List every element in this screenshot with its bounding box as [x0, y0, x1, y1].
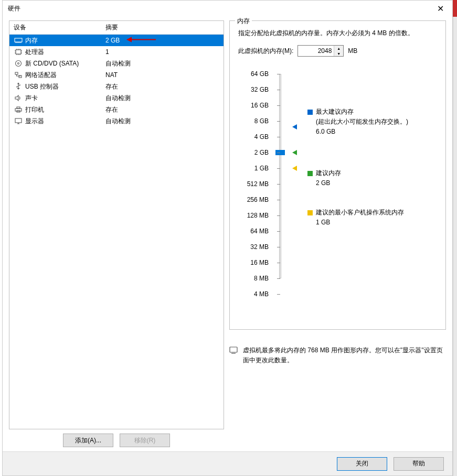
tick-label: 32 MB [238, 239, 273, 255]
bottom-bar: 关闭 帮助 [3, 451, 452, 475]
device-row-usb[interactable]: USB 控制器 存在 [9, 81, 224, 92]
info-icon [229, 347, 238, 365]
svg-rect-8 [17, 107, 20, 109]
close-button[interactable]: 关闭 [337, 457, 387, 471]
tick-label: 1 GB [238, 160, 273, 176]
slider-tick [277, 137, 280, 137]
legend-value: 6.0 GB [316, 128, 335, 135]
slider-tick [277, 231, 280, 232]
disc-icon [14, 59, 23, 68]
info-note-text: 虚拟机最多将此内存的 768 MB 用作图形内存。您可以在"显示器"设置页面中更… [243, 345, 446, 365]
device-row-printer[interactable]: 打印机 存在 [9, 104, 224, 115]
device-row-cpu[interactable]: 处理器 1 [9, 46, 224, 58]
tick-label: 8 MB [238, 271, 273, 286]
device-summary: NAT [105, 71, 219, 79]
memory-description: 指定分配给此虚拟机的内存量。内存大小必须为 4 MB 的倍数。 [238, 28, 437, 38]
tick-label: 64 MB [238, 223, 273, 239]
device-list: 设备 摘要 内存 2 GB 处理器 1 新 CD/DVD (SATA) 自动检测… [9, 20, 224, 429]
device-summary: 1 [105, 48, 219, 56]
spin-buttons: ▲ ▼ [334, 46, 343, 56]
device-row-disc[interactable]: 新 CD/DVD (SATA) 自动检测 [9, 58, 224, 69]
slider-tick [277, 105, 280, 106]
titlebar: 硬件 ✕ [3, 1, 452, 16]
svg-rect-10 [15, 118, 22, 123]
legend-title: 建议内存 [316, 169, 341, 177]
device-name: USB 控制器 [25, 82, 105, 91]
left-buttons: 添加(A)... 移除(R) [9, 434, 224, 447]
background-red-stripe [453, 0, 457, 17]
slider-tick [277, 184, 280, 185]
tick-label: 4 MB [238, 286, 273, 302]
tick-label: 256 MB [238, 192, 273, 208]
left-panel: 设备 摘要 内存 2 GB 处理器 1 新 CD/DVD (SATA) 自动检测… [9, 20, 224, 447]
tick-label: 4 GB [238, 129, 273, 145]
legend-value: 2 GB [316, 179, 330, 187]
close-icon[interactable]: ✕ [434, 4, 447, 14]
help-button[interactable]: 帮助 [394, 457, 444, 471]
device-summary: 存在 [105, 105, 219, 114]
device-name: 打印机 [25, 105, 105, 114]
tick-label: 16 MB [238, 255, 273, 271]
memory-input-label: 此虚拟机的内存(M): [238, 47, 293, 56]
spin-up-icon[interactable]: ▲ [334, 46, 343, 51]
sound-icon [14, 94, 23, 102]
memory-input[interactable] [298, 46, 334, 56]
right-panel: 内存 指定分配给此虚拟机的内存量。内存大小必须为 4 MB 的倍数。 此虚拟机的… [229, 20, 446, 447]
legend-title: 建议的最小客户机操作系统内存 [316, 209, 404, 216]
spin-down-icon[interactable]: ▼ [334, 51, 343, 56]
device-name: 声卡 [25, 94, 105, 103]
slider-tick [277, 247, 280, 247]
marker-column [289, 66, 305, 302]
device-summary: 存在 [105, 82, 219, 91]
header-summary: 摘要 [105, 23, 219, 32]
dialog-title: 硬件 [8, 4, 20, 13]
add-button[interactable]: 添加(A)... [63, 434, 113, 447]
legend-swatch [307, 210, 313, 215]
list-header: 设备 摘要 [9, 21, 224, 35]
tick-label: 64 GB [238, 66, 273, 82]
device-row-sound[interactable]: 声卡 自动检测 [9, 92, 224, 104]
tick-label: 16 GB [238, 98, 273, 113]
slider-track[interactable] [279, 74, 281, 278]
slider-tick [277, 263, 280, 263]
svg-rect-11 [230, 347, 237, 352]
memory-spinbox[interactable]: ▲ ▼ [297, 45, 344, 57]
display-icon [14, 117, 23, 125]
annotation-arrow-icon [125, 37, 157, 45]
legend-min: 建议的最小客户机操作系统内存1 GB [307, 208, 404, 228]
remove-button[interactable]: 移除(R) [120, 434, 170, 447]
tick-label: 128 MB [238, 208, 273, 223]
hardware-dialog: 硬件 ✕ 设备 摘要 内存 2 GB 处理器 1 新 CD/DVD (SATA)… [2, 0, 453, 476]
slider-tick [277, 90, 280, 90]
legend-column: 最大建议内存(超出此大小可能发生内存交换。)6.0 GB建议内存2 GB建议的最… [305, 66, 437, 302]
slider-tick [277, 200, 280, 200]
svg-point-3 [18, 63, 19, 64]
svg-point-2 [16, 61, 22, 67]
device-name: 内存 [25, 36, 105, 45]
printer-icon [14, 105, 23, 114]
tick-label: 2 GB [238, 145, 273, 160]
header-device: 设备 [14, 23, 105, 32]
list-body: 内存 2 GB 处理器 1 新 CD/DVD (SATA) 自动检测 网络适配器… [9, 35, 224, 127]
marker-max-icon [292, 124, 298, 132]
svg-rect-1 [16, 50, 21, 54]
device-row-display[interactable]: 显示器 自动检测 [9, 115, 224, 127]
device-name: 处理器 [25, 48, 105, 57]
marker-recommended-icon [292, 149, 298, 157]
device-summary: 自动检测 [105, 94, 219, 103]
device-row-network[interactable]: 网络适配器 NAT [9, 69, 224, 81]
content-area: 设备 摘要 内存 2 GB 处理器 1 新 CD/DVD (SATA) 自动检测… [3, 16, 452, 451]
fieldset-legend: 内存 [235, 17, 252, 26]
usb-icon [14, 82, 23, 91]
slider-tick [277, 74, 280, 74]
tick-labels: 64 GB32 GB16 GB8 GB4 GB2 GB1 GB512 MB256… [238, 66, 273, 302]
legend-recommended: 建议内存2 GB [307, 168, 341, 188]
memory-fieldset: 内存 指定分配给此虚拟机的内存量。内存大小必须为 4 MB 的倍数。 此虚拟机的… [229, 20, 446, 330]
memory-input-row: 此虚拟机的内存(M): ▲ ▼ MB [238, 45, 437, 57]
memory-slider-area: 64 GB32 GB16 GB8 GB4 GB2 GB1 GB512 MB256… [238, 66, 437, 302]
legend-max: 最大建议内存(超出此大小可能发生内存交换。)6.0 GB [307, 107, 408, 137]
legend-swatch [307, 171, 313, 176]
tick-label: 512 MB [238, 176, 273, 192]
device-row-memory[interactable]: 内存 2 GB [9, 35, 224, 46]
slider-tick [277, 278, 280, 279]
